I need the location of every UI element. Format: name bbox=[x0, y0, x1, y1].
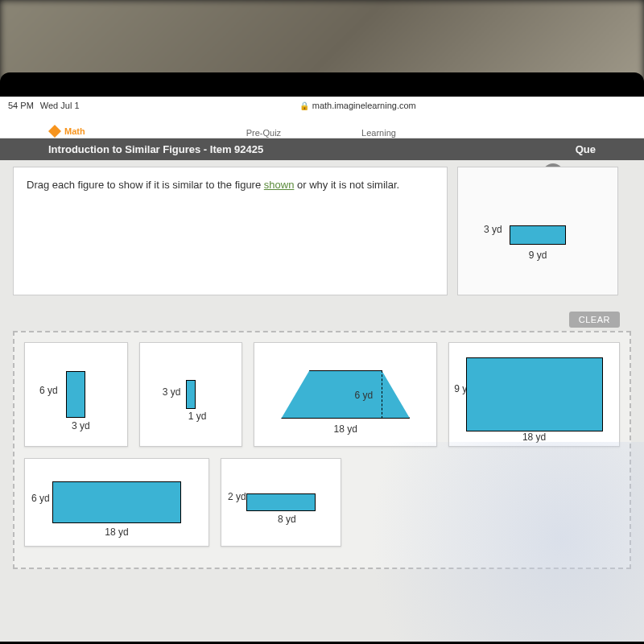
reference-rectangle bbox=[510, 225, 566, 245]
figure-d-shape bbox=[466, 357, 603, 431]
figure-e-width: 18 yd bbox=[105, 526, 128, 538]
figure-trap-width: 18 yd bbox=[334, 423, 357, 435]
figure-a-height: 6 yd bbox=[39, 385, 58, 396]
figure-trap-height: 6 yd bbox=[355, 390, 374, 401]
lock-icon: 🔒 bbox=[299, 101, 309, 110]
figure-e-shape bbox=[52, 481, 181, 523]
figure-e-height: 6 yd bbox=[31, 493, 50, 504]
prompt-box: Drag each figure to show if it is simila… bbox=[13, 167, 448, 295]
tab-prequiz[interactable]: Pre-Quiz bbox=[246, 128, 281, 138]
ipad-status-bar: 54 PM Wed Jul 1 🔒 math.imaginelearning.c… bbox=[0, 97, 644, 114]
tab-learning[interactable]: Learning bbox=[361, 128, 396, 138]
ref-width-label: 9 yd bbox=[529, 250, 547, 261]
app-nav: Math Pre-Quiz Learning bbox=[0, 114, 644, 138]
figure-f-width: 8 yd bbox=[278, 514, 296, 525]
figure-card-b[interactable]: 3 yd 1 yd bbox=[139, 342, 243, 447]
question-label: Que bbox=[576, 143, 596, 155]
logo-icon bbox=[48, 125, 61, 138]
figure-b-shape bbox=[186, 380, 196, 409]
figure-a-shape bbox=[66, 371, 85, 418]
reference-figure-box: 3 yd 9 yd bbox=[457, 167, 618, 295]
ref-height-label: 3 yd bbox=[484, 224, 502, 235]
clear-button[interactable]: CLEAR bbox=[569, 312, 620, 328]
figure-b-width: 1 yd bbox=[188, 411, 207, 422]
figure-card-d[interactable]: 9 yd 18 yd bbox=[448, 342, 620, 447]
figure-card-f[interactable]: 2 yd 8 yd bbox=[221, 458, 341, 547]
figures-drag-area: 6 yd 3 yd 3 yd 1 yd 6 yd 18 yd bbox=[13, 331, 631, 569]
figure-a-width: 3 yd bbox=[72, 420, 90, 431]
status-time: 54 PM bbox=[8, 101, 34, 110]
figure-trapezoid-shape bbox=[281, 370, 410, 419]
figure-d-width: 18 yd bbox=[522, 431, 546, 443]
trapezoid-height-line bbox=[382, 370, 382, 419]
status-url: math.imaginelearning.com bbox=[312, 101, 416, 110]
figure-f-shape bbox=[246, 493, 316, 511]
prompt-text-after: or why it is not similar. bbox=[294, 179, 399, 191]
prompt-link-shown[interactable]: shown bbox=[264, 179, 295, 191]
figure-card-e[interactable]: 6 yd 18 yd bbox=[24, 458, 209, 547]
status-date: Wed Jul 1 bbox=[40, 101, 80, 110]
lesson-title: Introduction to Similar Figures - Item 9… bbox=[48, 143, 263, 155]
lesson-title-bar: Introduction to Similar Figures - Item 9… bbox=[0, 138, 644, 160]
content-area: 🔊 Drag each figure to show if it is simi… bbox=[0, 160, 644, 642]
prompt-text-before: Drag each figure to show if it is simila… bbox=[27, 179, 264, 191]
figure-card-a[interactable]: 6 yd 3 yd bbox=[24, 342, 128, 447]
figure-b-height: 3 yd bbox=[163, 386, 181, 398]
figure-f-height: 2 yd bbox=[228, 491, 246, 502]
figure-card-trapezoid[interactable]: 6 yd 18 yd bbox=[254, 342, 437, 447]
logo-text: Math bbox=[64, 126, 85, 136]
tablet-frame: 54 PM Wed Jul 1 🔒 math.imaginelearning.c… bbox=[0, 72, 644, 644]
app-logo[interactable]: Math bbox=[48, 125, 85, 138]
